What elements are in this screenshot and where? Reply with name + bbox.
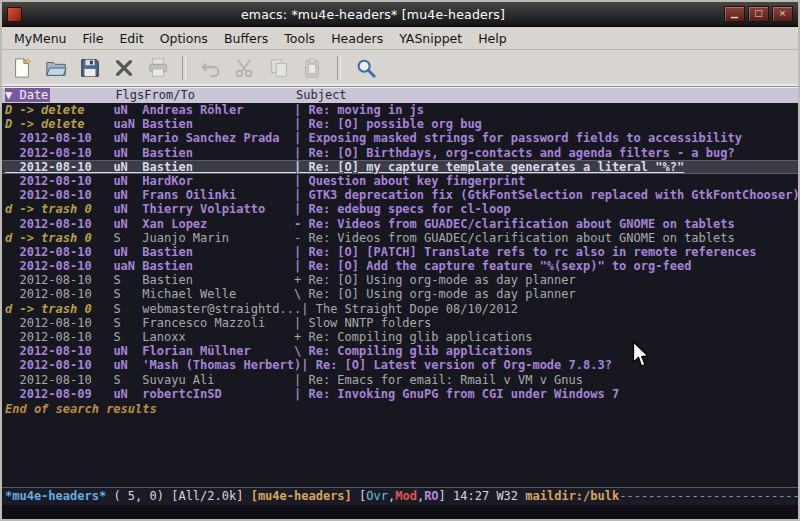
- message-row[interactable]: 2012-08-10 uN Bastien | Re: [O] my captu…: [2, 160, 798, 174]
- message-subject: | Re: Emacs for email: Rmail v VM v Gnus: [294, 373, 583, 387]
- header-line[interactable]: ▼ Date FlgsFrom/To Subject: [2, 88, 798, 103]
- menubar: MyMenuFileEditOptionsBuffersToolsHeaders…: [2, 27, 798, 50]
- message-row[interactable]: 2012-08-10 uN HardKor | Question about k…: [2, 174, 798, 188]
- message-date: 2012-08-10: [5, 287, 113, 301]
- sort-column-date[interactable]: ▼ Date: [5, 88, 50, 102]
- echo-area[interactable]: [2, 505, 798, 519]
- menu-buffers[interactable]: Buffers: [216, 29, 276, 48]
- message-flags: uN: [113, 188, 142, 202]
- message-date: d -> trash 0: [5, 231, 113, 245]
- message-date: 2012-08-10: [5, 188, 113, 202]
- menu-help[interactable]: Help: [470, 29, 515, 48]
- menu-mymenu[interactable]: MyMenu: [6, 29, 75, 48]
- message-row[interactable]: d -> trash 0 S webmaster@straightd...| T…: [2, 302, 798, 316]
- message-flags: uN: [113, 217, 142, 231]
- message-row[interactable]: 2012-08-10 uN Mario Sanchez Prada | Expo…: [2, 131, 798, 145]
- message-date: 2012-08-10: [5, 174, 113, 188]
- menu-tools[interactable]: Tools: [276, 29, 323, 48]
- message-subject: | Re: [O] Latest version of Org-mode 7.8…: [301, 358, 612, 372]
- message-row[interactable]: 2012-08-10 uN Bastien | Re: [O] [PATCH] …: [2, 245, 798, 259]
- titlebar[interactable]: emacs: *mu4e-headers* [mu4e-headers] ▁□×: [2, 2, 798, 27]
- message-date: 2012-08-10: [5, 344, 113, 358]
- message-row[interactable]: 2012-08-10 uN Bastien | Re: [O] Birthday…: [2, 146, 798, 160]
- message-row[interactable]: 2012-08-10 uN Xan Lopez - Re: Videos fro…: [2, 217, 798, 231]
- message-date: 2012-08-10: [5, 131, 113, 145]
- message-row[interactable]: 2012-08-10 S Lanoxx + Re: Compiling glib…: [2, 330, 798, 344]
- menu-options[interactable]: Options: [152, 29, 216, 48]
- menu-headers[interactable]: Headers: [323, 29, 391, 48]
- new-file-icon[interactable]: [8, 55, 35, 82]
- message-from: Suvayu Ali: [142, 373, 294, 387]
- message-subject: | Exposing masked strings for password f…: [294, 131, 742, 145]
- message-flags: S: [113, 231, 142, 245]
- message-row[interactable]: 2012-08-10 uN Frans Oilinki | GTK3 depre…: [2, 188, 798, 202]
- message-from: Bastien: [142, 259, 294, 273]
- message-subject: - Re: Videos from GUADEC/clarification a…: [294, 217, 735, 231]
- message-subject: | Re: Invoking GnuPG from CGI under Wind…: [294, 387, 619, 401]
- end-of-results-text: End of search results: [2, 402, 798, 417]
- headers-buffer[interactable]: ▼ Date FlgsFrom/To Subject D -> delete u…: [2, 87, 798, 487]
- message-row[interactable]: 2012-08-10 S Bastien + Re: [O] Using org…: [2, 273, 798, 287]
- message-row[interactable]: D -> delete uaN Bastien | Re: [O] possib…: [2, 117, 798, 131]
- message-flags: uN: [113, 160, 142, 174]
- message-row[interactable]: D -> delete uN Andreas Röhler | Re: movi…: [2, 103, 798, 117]
- modeline-segment: [mu4e-headers]: [251, 489, 359, 503]
- open-file-icon[interactable]: [42, 55, 69, 82]
- window-title: emacs: *mu4e-headers* [mu4e-headers]: [28, 7, 718, 22]
- message-from: HardKor: [142, 174, 294, 188]
- message-row[interactable]: d -> trash 0 S Juanjo Marin - Re: Videos…: [2, 231, 798, 245]
- message-row[interactable]: 2012-08-09 uN robertcInSD | Re: Invoking…: [2, 387, 798, 401]
- message-subject: | GTK3 deprecation fix (GtkFontSelection…: [294, 188, 798, 202]
- message-from: Lanoxx: [142, 330, 294, 344]
- message-subject: | Re: [O] my capture template generates …: [294, 160, 684, 174]
- message-row[interactable]: 2012-08-10 S Francesco Mazzoli | Slow NN…: [2, 316, 798, 330]
- message-subject: | Re: [O] Birthdays, org-contacts and ag…: [294, 146, 735, 160]
- message-flags: uN: [113, 131, 142, 145]
- message-subject: | The Straight Dope 08/10/2012: [301, 302, 518, 316]
- message-date: 2012-08-10: [5, 217, 113, 231]
- column-from: From/To: [144, 88, 296, 102]
- window-menu-icon[interactable]: [7, 7, 22, 22]
- print-icon: [144, 55, 171, 82]
- message-from: Mario Sanchez Prada: [142, 131, 294, 145]
- message-flags: uaN: [113, 259, 142, 273]
- modeline-segment: 14:27 W32: [453, 489, 525, 503]
- menu-yasnippet[interactable]: YASnippet: [391, 29, 470, 48]
- modeline-segment: [All/2.0k]: [171, 489, 250, 503]
- message-from: Florian Müllner: [142, 344, 294, 358]
- message-date: d -> trash 0: [5, 302, 113, 316]
- message-flags: S: [113, 273, 142, 287]
- message-row[interactable]: 2012-08-10 uN 'Mash (Thomas Herbert)| Re…: [2, 358, 798, 372]
- maximize-button[interactable]: □: [748, 6, 769, 22]
- message-from: Michael Welle: [142, 287, 294, 301]
- menu-edit[interactable]: Edit: [111, 29, 151, 48]
- undo-icon: [197, 55, 224, 82]
- menu-file[interactable]: File: [75, 29, 112, 48]
- message-date: 2012-08-10: [5, 358, 113, 372]
- modeline-segment: ]: [439, 489, 453, 503]
- message-date: 2012-08-10: [5, 245, 113, 259]
- message-row[interactable]: 2012-08-10 uN Florian Müllner \ Re: Comp…: [2, 344, 798, 358]
- modeline-segment: Ovr: [366, 489, 388, 503]
- message-list: D -> delete uN Andreas Röhler | Re: movi…: [2, 103, 798, 401]
- close-buffer-icon[interactable]: [110, 55, 137, 82]
- message-flags: uN: [113, 174, 142, 188]
- message-date: D -> delete: [5, 117, 113, 131]
- message-row[interactable]: 2012-08-10 S Michael Welle \ Re: [O] Usi…: [2, 287, 798, 301]
- message-from: Bastien: [142, 146, 294, 160]
- copy-icon: [265, 55, 292, 82]
- message-row[interactable]: d -> trash 0 uN Thierry Volpiatto | Re: …: [2, 202, 798, 216]
- message-row[interactable]: 2012-08-10 uaN Bastien | Re: [O] Add the…: [2, 259, 798, 273]
- message-from: Francesco Mazzoli: [142, 316, 294, 330]
- column-subject: Subject: [296, 88, 347, 102]
- message-subject: + Re: [O] Using org-mode as day planner: [294, 273, 576, 287]
- minimize-button[interactable]: ▁: [724, 6, 745, 22]
- search-icon[interactable]: [352, 55, 379, 82]
- toolbar-separator: [337, 56, 341, 80]
- save-icon[interactable]: [76, 55, 103, 82]
- header-spacer: [50, 88, 115, 102]
- message-flags: uN: [113, 146, 142, 160]
- message-row[interactable]: 2012-08-10 S Suvayu Ali | Re: Emacs for …: [2, 373, 798, 387]
- message-from: 'Mash (Thomas Herbert): [142, 358, 301, 372]
- close-button[interactable]: ×: [772, 6, 793, 22]
